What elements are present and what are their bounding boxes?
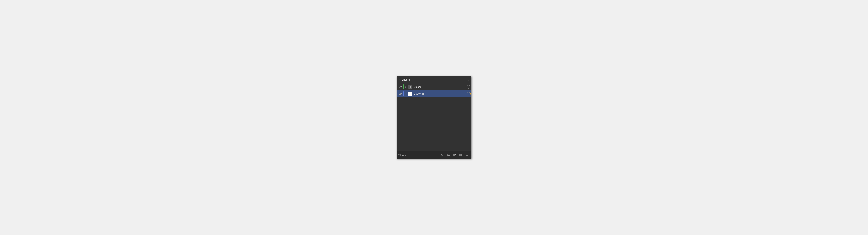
layer-name-colors: Colors xyxy=(413,85,467,88)
visibility-icon-drawings[interactable] xyxy=(398,92,402,95)
close-button[interactable]: × xyxy=(399,79,400,81)
titlebar-right: « ≡ xyxy=(465,78,469,81)
layer-count: 2 Layers xyxy=(398,154,439,156)
svg-point-1 xyxy=(400,86,400,87)
titlebar-left: × Layers xyxy=(399,78,410,81)
svg-line-7 xyxy=(443,155,444,156)
panel-menu-button[interactable]: ≡ xyxy=(467,78,469,81)
thumbnail-colors xyxy=(408,85,412,89)
selection-indicator xyxy=(469,92,471,95)
layer-row-colors[interactable]: ► Colors xyxy=(397,83,471,90)
svg-rect-13 xyxy=(454,154,455,155)
search-button[interactable] xyxy=(440,153,445,158)
panel-bottombar: 2 Layers xyxy=(397,151,471,159)
svg-rect-12 xyxy=(454,155,455,156)
move-down-button[interactable] xyxy=(458,153,464,158)
svg-rect-20 xyxy=(466,154,468,154)
panel-title: Layers xyxy=(402,78,410,81)
layers-list: ► Colors xyxy=(397,83,471,151)
thumbnail-drawings xyxy=(408,92,412,96)
svg-point-3 xyxy=(410,86,410,86)
new-layer-button[interactable] xyxy=(446,153,451,158)
color-bar-colors xyxy=(403,84,404,89)
svg-point-5 xyxy=(400,93,400,94)
layer-row-drawings[interactable]: ► Drawings xyxy=(397,90,471,97)
move-up-button[interactable] xyxy=(452,153,458,158)
delete-button[interactable] xyxy=(464,153,470,158)
svg-rect-16 xyxy=(460,155,461,156)
color-bar-drawings xyxy=(403,92,404,96)
svg-rect-15 xyxy=(460,154,461,155)
layer-name-drawings: Drawings xyxy=(413,93,467,95)
panel-titlebar: × Layers « ≡ xyxy=(397,76,471,83)
panel-wrapper: × Layers « ≡ ► xyxy=(0,0,868,235)
visibility-icon-colors[interactable] xyxy=(398,85,402,88)
layers-panel: × Layers « ≡ ► xyxy=(397,76,471,159)
expand-arrow-colors[interactable]: ► xyxy=(405,86,407,88)
layer-target-colors[interactable] xyxy=(467,85,470,88)
collapse-button[interactable]: « xyxy=(465,79,466,81)
